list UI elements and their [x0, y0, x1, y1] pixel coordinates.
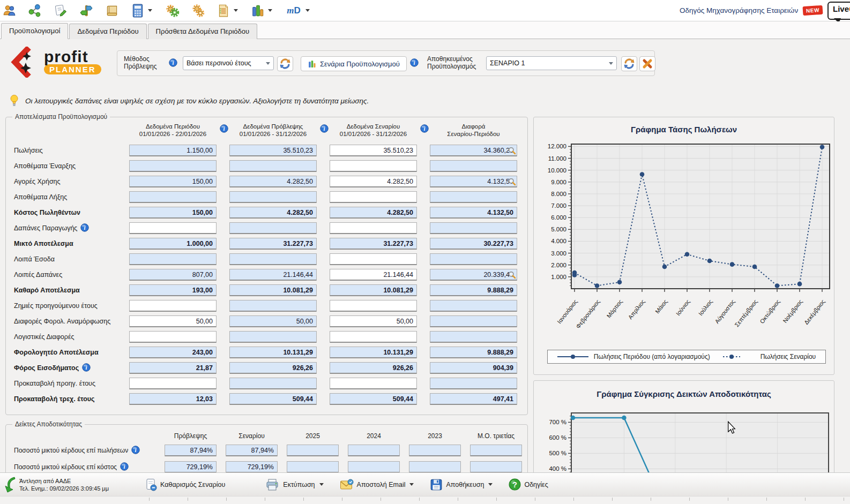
value-cell — [129, 191, 217, 203]
value-cell[interactable] — [330, 300, 417, 312]
value-cell[interactable] — [330, 378, 417, 389]
row-label: Φόρος Εισοδήματοςi — [14, 363, 116, 373]
gears-orange-green-icon[interactable] — [163, 2, 181, 19]
value-cell: 926,26 — [229, 362, 317, 374]
method-info-icon[interactable]: i — [169, 58, 177, 69]
sales-trend-chart-panel: Γράφημα Τάσης Πωλήσεων 1.0002.0003.0004.… — [533, 117, 834, 375]
value-cell: 30.227,73 — [430, 238, 517, 250]
md-logo[interactable]: mD — [283, 2, 304, 19]
info-icon[interactable]: i — [82, 363, 91, 373]
value-cell — [129, 253, 217, 265]
value-cell[interactable]: 21.146,44 — [330, 269, 417, 281]
indicator-cell — [409, 445, 461, 456]
recalculate-method-button[interactable] — [277, 56, 293, 71]
value-cell[interactable] — [129, 331, 217, 343]
info-icon[interactable]: i — [131, 446, 140, 456]
budget-scenarios-button[interactable]: Σενάρια Προϋπολογισμού — [301, 56, 407, 71]
save-dropdown-arrow[interactable] — [488, 483, 493, 486]
calculator-icon[interactable] — [129, 2, 147, 19]
send-email-label: Αποστολή Email — [357, 481, 406, 488]
share-icon[interactable] — [26, 2, 44, 19]
document-list-dropdown-arrow[interactable] — [234, 9, 238, 12]
value-cell[interactable] — [129, 378, 217, 389]
indicator-col-forecast: Πρόβλεψης — [165, 432, 217, 440]
tab-extra-period-data[interactable]: Πρόσθετα Δεδομένα Περιόδου — [148, 24, 258, 39]
svg-text:?: ? — [512, 480, 517, 489]
indicator-cell — [287, 445, 339, 456]
column-forecast-info-icon[interactable]: i — [320, 124, 329, 134]
value-cell[interactable] — [330, 222, 417, 234]
print-dropdown-arrow[interactable] — [319, 483, 324, 486]
signpost-icon[interactable] — [77, 2, 95, 19]
value-cell[interactable] — [129, 300, 217, 312]
table-row: Πωλήσεις1.150,0035.510,2335.510,2334.360… — [6, 145, 527, 156]
md-dropdown-arrow[interactable] — [305, 9, 310, 12]
aade-sync-status[interactable]: Άντληση από ΑΑΔΕ Τελ. Ενημ.: 09/02/2026 … — [0, 476, 109, 493]
info-icon[interactable]: i — [80, 223, 89, 234]
indicator-label: Ποσοστό μικτού κέρδους επί πωλήσεωνi — [14, 446, 155, 456]
bar-chart-icon[interactable] — [249, 2, 267, 19]
email-dropdown-arrow[interactable] — [409, 483, 414, 486]
book-icon[interactable] — [103, 2, 121, 19]
column-scenario-info-icon[interactable]: i — [420, 124, 429, 134]
value-cell[interactable] — [330, 253, 417, 265]
value-cell[interactable] — [330, 191, 417, 203]
column-period-info-icon[interactable]: i — [220, 124, 228, 134]
svg-text:3.000: 3.000 — [551, 250, 566, 257]
table-row: Αγορές Χρήσης150,004.282,504.282,504.132… — [6, 176, 527, 187]
indicator-col-2025: 2025 — [287, 432, 339, 440]
bar-chart-dropdown-arrow[interactable] — [268, 9, 272, 12]
indicators-chart-title: Γράφημα Σύγκρισης Δεικτών Αποδοτικότητας — [534, 389, 834, 398]
value-cell — [229, 331, 317, 343]
print-button[interactable]: Εκτύπωση — [262, 476, 331, 493]
saved-budget-select[interactable]: ΣΕΝΑΡΙΟ 1 — [486, 56, 617, 70]
tab-budgets[interactable]: Προϋπολογισμοί — [1, 23, 68, 39]
document-edit-icon[interactable] — [51, 2, 70, 19]
help-button[interactable]: ? Οδηγίες — [504, 476, 552, 493]
value-cell[interactable] — [129, 222, 217, 234]
value-cell — [430, 315, 517, 327]
scenarios-info-icon[interactable]: i — [410, 58, 419, 69]
info-icon[interactable]: i — [120, 462, 129, 472]
value-cell[interactable]: 50,00 — [129, 315, 217, 327]
magnifier-icon[interactable] — [508, 271, 516, 279]
magnifier-icon[interactable] — [508, 147, 516, 155]
tab-period-data[interactable]: Δεδομένα Περιόδου — [69, 24, 146, 39]
column-header-scenario: Δεδομένα Σεναρίου01/01/2026 - 31/12/2026… — [330, 123, 417, 138]
column-header-period: Δεδομένα Περιόδου01/01/2026 - 22/01/2026… — [129, 123, 217, 138]
calculator-dropdown-arrow[interactable] — [148, 9, 152, 12]
guide-link[interactable]: Οδηγός Μηχανογράφησης Εταιρειών — [680, 6, 798, 14]
svg-text:600 %: 600 % — [549, 434, 566, 441]
send-email-button[interactable]: Αποστολή Email — [335, 477, 422, 493]
save-button[interactable]: Αποθήκευση — [426, 476, 500, 493]
livechat-button[interactable]: LiveCh — [827, 2, 850, 20]
svg-text:700 %: 700 % — [549, 419, 566, 425]
indicator-col-2024: 2024 — [348, 432, 400, 440]
delete-scenario-button[interactable] — [639, 56, 655, 71]
table-row: Προκαταβολή προηγ. έτους — [6, 378, 527, 389]
refresh-scenario-button[interactable] — [621, 56, 637, 71]
value-cell[interactable]: 4.282,50 — [330, 176, 417, 187]
gears-orange-icon[interactable] — [189, 2, 207, 19]
livechat-label-black: Live — [833, 4, 849, 13]
value-cell: 4.282,50 — [229, 207, 317, 219]
svg-text:500 %: 500 % — [549, 450, 566, 456]
value-cell[interactable] — [330, 331, 417, 343]
column-header-difference: ΔιαφοράΣεναρίου-Περιόδου — [430, 123, 517, 138]
value-cell[interactable]: 35.510,23 — [330, 145, 417, 156]
printer-icon — [266, 478, 280, 491]
row-label: Αγορές Χρήσης — [14, 178, 116, 185]
users-icon[interactable] — [0, 2, 18, 19]
indicator-cell — [470, 461, 522, 473]
document-list-icon[interactable] — [214, 2, 233, 19]
method-select[interactable]: Βάσει περσινού έτους — [183, 56, 274, 70]
value-cell[interactable] — [330, 160, 417, 172]
clear-scenario-button[interactable]: Καθαρισμός Σεναρίου — [141, 476, 229, 493]
table-row: Φορολογητέο Αποτέλεσμα243,0010.131,2910.… — [6, 347, 527, 358]
value-cell: 31.227,73 — [229, 238, 317, 250]
value-cell — [430, 191, 517, 203]
value-cell[interactable]: 50,00 — [330, 315, 417, 327]
refresh-icon — [280, 58, 290, 69]
magnifier-icon[interactable] — [508, 178, 516, 186]
value-cell: 497,41 — [430, 393, 517, 405]
